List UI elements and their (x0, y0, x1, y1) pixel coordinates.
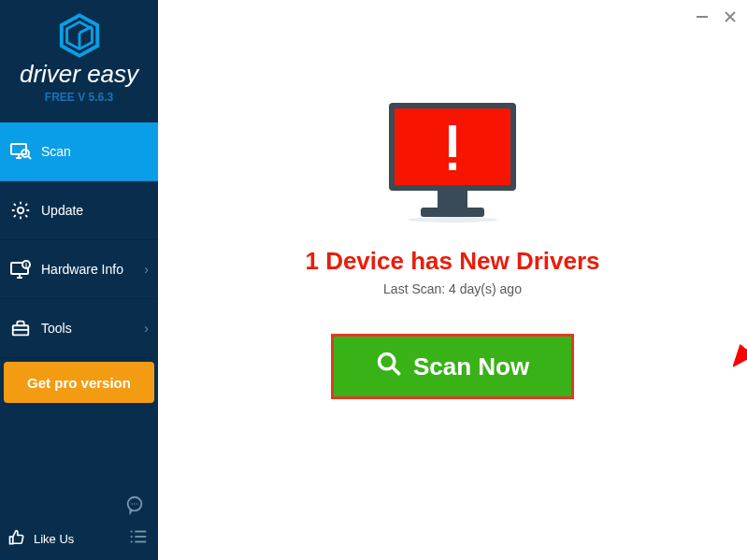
window-controls (693, 7, 740, 26)
svg-line-2 (79, 26, 92, 33)
thumbs-up-icon (7, 528, 26, 550)
svg-point-19 (134, 503, 135, 504)
svg-point-21 (131, 530, 133, 532)
svg-point-25 (131, 540, 133, 542)
chevron-right-icon: › (144, 262, 149, 277)
scan-now-label: Scan Now (413, 352, 529, 381)
logo-block: driver easy FREE V 5.6.3 (0, 0, 158, 113)
sidebar-bottom: Like Us (0, 496, 158, 560)
main-panel: 1 Device has New Drivers Last Scan: 4 da… (158, 0, 747, 560)
brand-name: driver easy (20, 60, 138, 89)
sidebar: driver easy FREE V 5.6.3 Scan (0, 0, 158, 560)
like-us-label: Like Us (34, 532, 74, 546)
sidebar-item-label: Scan (41, 144, 71, 159)
svg-point-9 (18, 208, 23, 213)
svg-rect-34 (438, 191, 467, 208)
get-pro-label: Get pro version (27, 375, 131, 391)
version-label: FREE V 5.6.3 (45, 91, 113, 104)
annotation-arrow (733, 208, 747, 372)
nav: Scan Update (0, 122, 158, 407)
svg-line-8 (28, 156, 31, 159)
search-icon (376, 351, 402, 383)
menu-list-icon[interactable] (128, 526, 149, 551)
sidebar-item-tools[interactable]: Tools › (0, 299, 158, 358)
svg-text:i: i (25, 262, 27, 268)
svg-rect-32 (449, 125, 456, 157)
logo-icon (57, 13, 102, 58)
like-us-button[interactable]: Like Us (7, 528, 74, 550)
alert-monitor-graphic (383, 101, 522, 226)
sidebar-item-hardware-info[interactable]: i Hardware Info › (0, 240, 158, 299)
last-scan-text: Last Scan: 4 day(s) ago (383, 281, 522, 296)
svg-point-37 (379, 353, 394, 368)
svg-line-38 (392, 366, 399, 374)
svg-point-18 (132, 503, 133, 504)
svg-rect-33 (449, 163, 456, 170)
svg-point-23 (131, 536, 133, 538)
minimize-button[interactable] (693, 7, 711, 26)
headline-text: 1 Device has New Drivers (305, 247, 599, 276)
get-pro-button[interactable]: Get pro version (4, 362, 154, 403)
sidebar-item-label: Tools (41, 321, 72, 336)
gear-icon (9, 199, 32, 222)
sidebar-item-scan[interactable]: Scan (0, 122, 158, 181)
svg-rect-35 (421, 208, 484, 217)
sidebar-item-label: Update (41, 203, 83, 218)
monitor-info-icon: i (9, 258, 32, 280)
chevron-right-icon: › (144, 321, 149, 336)
svg-point-20 (136, 503, 137, 504)
chat-icon[interactable] (124, 495, 145, 519)
toolbox-icon (9, 317, 32, 339)
close-button[interactable] (721, 7, 740, 26)
scan-now-button[interactable]: Scan Now (331, 334, 574, 399)
sidebar-item-update[interactable]: Update (0, 181, 158, 240)
svg-point-36 (408, 217, 497, 223)
monitor-search-icon (9, 140, 32, 163)
sidebar-item-label: Hardware Info (41, 262, 123, 277)
